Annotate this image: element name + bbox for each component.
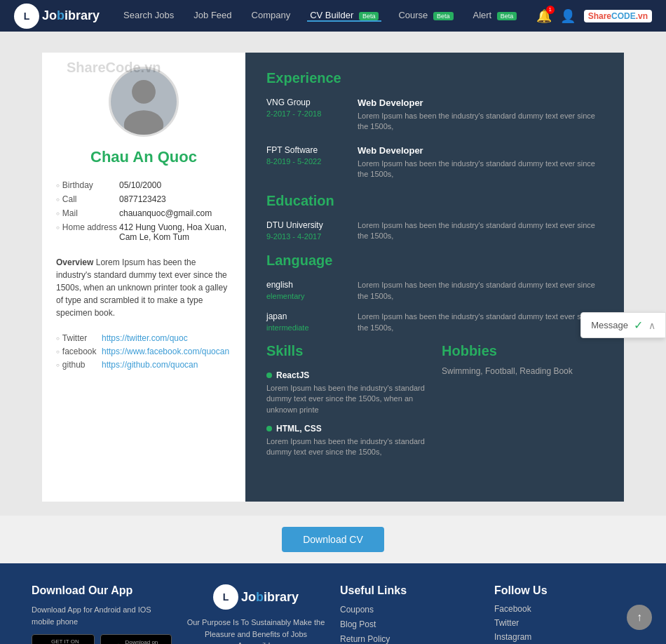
call-label: Call [56,194,119,204]
skills-title: Skills [266,343,428,359]
footer-link-coupons[interactable]: Coupons [340,604,480,615]
avatar-container [56,67,231,137]
footer-instagram[interactable]: Instagram [494,632,634,642]
candidate-name: Chau An Quoc [56,148,231,166]
lang-item-1: english elementary Lorem Ipsum has been … [266,280,603,302]
exp2-role: Web Developer [358,145,603,156]
overview-label: Overview [56,257,93,267]
skill-item-1: ReactJS Lorem Ipsum has been the industr… [266,370,428,415]
course-badge: Beta [433,12,454,20]
nav-alert[interactable]: Alert Beta [470,10,520,22]
skills-hobbies: Skills ReactJS Lorem Ipsum has been the … [266,343,603,467]
footer-logo[interactable]: L Jobibrary [213,584,299,610]
nav-links: Search Jobs Job Feed Company CV Builder … [121,10,519,22]
alert-badge: Beta [497,12,517,20]
footer-links-title: Useful Links [340,584,480,597]
mail-label: Mail [56,208,119,218]
exp2-date: 8-2019 - 5-2022 [266,157,344,166]
download-section: Download CV [0,516,666,563]
exp2-desc: Lorem Ipsum has been the industry's stan… [358,159,603,180]
github-row: github https://github.com/quocan [56,360,231,370]
nav-logo[interactable]: L Jobibrary [14,4,100,29]
lang2-level: intermediate [266,323,344,332]
footer-follow-col: Follow Us Facebook Twitter Instagram You… [494,584,634,644]
facebook-link[interactable]: https://www.facebook.com/quocan [102,347,229,356]
address-label: Home address [56,222,119,232]
footer-link-return[interactable]: Return Policy [340,633,480,644]
footer-app-col: Download Our App Download App for Androi… [32,584,172,644]
nav-right: 🔔 1 👤 ShareCODE.vn [536,8,652,24]
nav-job-feed[interactable]: Job Feed [191,10,234,22]
resume-left-panel: Chau An Quoc Birthday 05/10/2000 Call 08… [42,53,245,502]
scroll-top-button[interactable]: ↑ [627,605,652,630]
app-store-sub: Download on the [125,639,164,644]
user-menu-button[interactable]: 👤 [560,8,576,24]
lang-item-2: japan intermediate Lorem Ipsum has been … [266,311,603,333]
footer-app-subtitle: Download App for Android and IOS mobile … [32,604,172,627]
cv-builder-badge: Beta [359,12,379,20]
edu-item-1: DTU University 9-2013 - 4-2017 Lorem Ips… [266,220,603,242]
notif-badge: 1 [546,6,555,14]
lang2-name: japan [266,311,344,321]
call-row: Call 0877123423 [56,194,231,204]
nav-cv-builder[interactable]: CV Builder Beta [307,10,381,22]
skill1-name: ReactJS [266,370,428,380]
twitter-label: Twitter [56,333,102,343]
edu1-date: 9-2013 - 4-2017 [266,232,344,241]
skill-bullet-icon-2 [266,426,272,431]
lang1-desc: Lorem Ipsum has been the industry's stan… [358,280,603,302]
mail-row: Mail chauanquoc@gmail.com [56,208,231,218]
call-value: 0877123423 [119,194,166,204]
svg-point-1 [132,80,156,104]
message-widget[interactable]: Message ✓ ∧ [580,312,666,338]
exp1-company: VNG Group [266,98,344,107]
skill1-desc: Lorem Ipsum has been the industry's stan… [266,383,428,415]
birthday-row: Birthday 05/10/2000 [56,180,231,190]
exp1-date: 2-2017 - 7-2018 [266,109,344,118]
download-cv-button[interactable]: Download CV [282,527,384,552]
info-section: Birthday 05/10/2000 Call 0877123423 Mail… [56,180,231,242]
skill-bullet-icon [266,373,272,378]
notification-button[interactable]: 🔔 1 [536,8,552,24]
facebook-row: facebook https://www.facebook.com/quocan [56,347,231,356]
message-widget-text: Message [591,320,628,330]
footer-follow-title: Follow Us [494,584,634,597]
exp-item-1: VNG Group 2-2017 - 7-2018 Web Developer … [266,98,603,133]
footer-twitter[interactable]: Twitter [494,618,634,628]
logo-text: Jobibrary [42,8,100,23]
language-title: Language [266,253,603,269]
logo-icon: L [14,4,39,29]
skill2-desc: Lorem Ipsum has been the industry's stan… [266,436,428,458]
skill-item-2: HTML, CSS Lorem Ipsum has been the indus… [266,424,428,458]
app-store-button[interactable]: 🍎 Download on the App Store [100,634,172,644]
twitter-link[interactable]: https://twitter.com/quoc [102,333,188,343]
footer-logo-icon: L [213,584,238,610]
message-close-icon[interactable]: ∧ [648,320,655,331]
birthday-value: 05/10/2000 [119,180,161,190]
lang1-name: english [266,280,344,290]
footer-link-blog[interactable]: Blog Post [340,619,480,629]
overview-section: Overview Lorem Ipsum has been the indust… [56,256,231,319]
skills-column: Skills ReactJS Lorem Ipsum has been the … [266,343,428,467]
facebook-label: facebook [56,347,102,356]
google-play-button[interactable]: ▶ GET IT ON Google Play [32,634,95,644]
nav-course[interactable]: Course Beta [395,10,456,22]
logo-letter: L [24,11,30,22]
exp1-desc: Lorem Ipsum has been the industry's stan… [358,111,603,133]
hobbies-list: Swimming, Football, Reading Book [442,366,603,376]
address-value: 412 Hung Vuong, Hoa Xuan, Cam Le, Kom Tu… [119,222,231,242]
skill2-name: HTML, CSS [266,424,428,434]
hobbies-column: Hobbies Swimming, Football, Reading Book [442,343,603,467]
birthday-label: Birthday [56,180,119,190]
github-link[interactable]: https://github.com/quocan [102,360,198,370]
experience-title: Experience [266,70,603,86]
edu1-desc: Lorem Ipsum has been the industry's stan… [358,220,603,242]
nav-search-jobs[interactable]: Search Jobs [121,10,177,22]
resume-container: Chau An Quoc Birthday 05/10/2000 Call 08… [42,53,624,502]
address-row: Home address 412 Hung Vuong, Hoa Xuan, C… [56,222,231,242]
lang1-level: elementary [266,292,344,300]
education-title: Education [266,193,603,209]
nav-company[interactable]: Company [249,10,294,22]
footer-facebook[interactable]: Facebook [494,604,634,614]
navbar: L Jobibrary Search Jobs Job Feed Company… [0,0,666,32]
